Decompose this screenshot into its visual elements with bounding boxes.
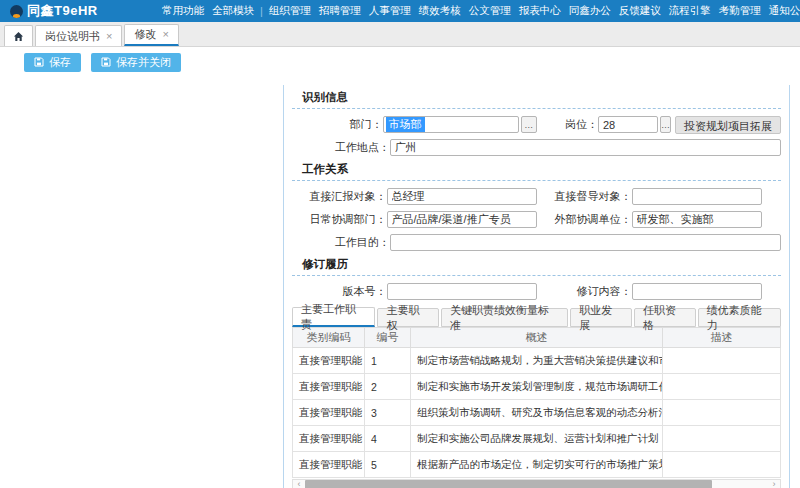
home-tab[interactable] — [4, 25, 33, 46]
nav-item-8[interactable]: 报表中心 — [515, 4, 565, 18]
nav-item-3[interactable]: 组织管理 — [265, 4, 315, 18]
location-field[interactable] — [390, 139, 781, 156]
location-label: 工作地点： — [292, 140, 390, 155]
nav-divider: | — [258, 5, 265, 17]
cell-no: 3 — [365, 400, 411, 426]
save-button[interactable]: 保存 — [24, 53, 81, 72]
nav-item-5[interactable]: 人事管理 — [365, 4, 415, 18]
nav-menu: 常用功能全部模块|组织管理招聘管理人事管理绩效考核公文管理报表中心同鑫办公反馈建… — [158, 4, 800, 18]
table-row[interactable]: 直接管理职能5根据新产品的市场定位，制定切实可行的市场推广策划方案。 — [293, 452, 781, 478]
cell-summary: 组织策划市场调研、研究及市场信息客观的动态分析活动，提供准确可靠的市场情报信息。 — [411, 400, 663, 426]
work-purpose-field[interactable] — [390, 234, 781, 251]
tab-label: 岗位说明书 — [45, 29, 100, 44]
cell-summary: 制定和实施公司品牌发展规划、运营计划和推广计划，维护公司的品牌形象。 — [411, 426, 663, 452]
save-and-close-button-label: 保存并关闭 — [116, 55, 171, 70]
app-logo: 同鑫T9eHR — [10, 2, 130, 20]
home-icon — [13, 31, 24, 42]
toolbar: 保存 保存并关闭 — [0, 47, 800, 77]
position-name-chip[interactable]: 投资规划项目拓展 — [675, 116, 781, 134]
nav-item-11[interactable]: 流程引擎 — [665, 4, 715, 18]
cell-summary: 根据新产品的市场定位，制定切实可行的市场推广策划方案。 — [411, 452, 663, 478]
external-unit-field[interactable] — [632, 211, 762, 228]
tab-modify[interactable]: 修改 × — [124, 24, 178, 46]
cell-desc — [663, 452, 781, 478]
external-unit-label: 外部协调单位： — [537, 212, 632, 227]
detail-tab-2[interactable]: 关键职责绩效衡量标准 — [441, 308, 568, 327]
nav-item-6[interactable]: 绩效考核 — [415, 4, 465, 18]
logo-icon — [10, 5, 23, 18]
position-field[interactable] — [598, 116, 658, 133]
nav-item-4[interactable]: 招聘管理 — [315, 4, 365, 18]
report-to-label: 直接汇报对象： — [292, 189, 387, 204]
close-icon[interactable]: × — [106, 31, 112, 42]
report-to-field[interactable] — [387, 188, 537, 205]
tab-label: 修改 — [134, 27, 156, 42]
position-browse-button[interactable]: … — [660, 116, 671, 133]
section-identification-title: 识别信息 — [292, 87, 781, 108]
work-purpose-label: 工作目的： — [292, 235, 390, 250]
cell-category: 直接管理职能 — [293, 400, 365, 426]
cell-summary: 制定和实施市场开发策划管理制度，规范市场调研工作流程。 — [411, 374, 663, 400]
position-label: 岗位： — [537, 117, 599, 132]
nav-item-13[interactable]: 通知公告 — [765, 4, 800, 18]
detail-tab-5[interactable]: 绩优素质能力 — [698, 308, 781, 327]
close-icon[interactable]: × — [162, 29, 168, 40]
nav-item-12[interactable]: 考勤管理 — [715, 4, 765, 18]
horizontal-scrollbar[interactable]: ‹ › — [292, 479, 781, 488]
cell-no: 5 — [365, 452, 411, 478]
cell-no: 4 — [365, 426, 411, 452]
detail-tab-0[interactable]: 主要工作职责 — [292, 307, 375, 327]
duty-table: 类别编码 编号 概述 描述 直接管理职能1制定市场营销战略规划，为重大营销决策提… — [292, 327, 781, 478]
save-icon — [101, 57, 111, 67]
table-row[interactable]: 直接管理职能2制定和实施市场开发策划管理制度，规范市场调研工作流程。 — [293, 374, 781, 400]
department-browse-button[interactable]: … — [521, 116, 537, 133]
cell-no: 1 — [365, 348, 411, 374]
scroll-right-icon[interactable]: › — [768, 480, 780, 488]
revision-content-field[interactable] — [632, 283, 762, 300]
scrollbar-track[interactable] — [305, 480, 768, 488]
section-divider — [292, 180, 781, 181]
nav-item-7[interactable]: 公文管理 — [465, 4, 515, 18]
top-navbar: 同鑫T9eHR 常用功能全部模块|组织管理招聘管理人事管理绩效考核公文管理报表中… — [0, 0, 800, 22]
save-and-close-button[interactable]: 保存并关闭 — [91, 53, 181, 72]
scrollbar-thumb[interactable] — [305, 480, 712, 488]
coordinate-dept-label: 日常协调部门： — [292, 212, 387, 227]
scroll-left-icon[interactable]: ‹ — [293, 480, 305, 488]
logo-text: 同鑫T9eHR — [27, 2, 98, 20]
detail-tab-1[interactable]: 主要职权 — [377, 308, 439, 327]
tab-job-description[interactable]: 岗位说明书 × — [35, 25, 122, 46]
supervise-field[interactable] — [632, 188, 762, 205]
cell-desc — [663, 348, 781, 374]
version-label: 版本号： — [292, 284, 387, 299]
cell-summary: 制定市场营销战略规划，为重大营销决策提供建议和市场信息支持。 — [411, 348, 663, 374]
cell-category: 直接管理职能 — [293, 426, 365, 452]
table-row[interactable]: 直接管理职能1制定市场营销战略规划，为重大营销决策提供建议和市场信息支持。 — [293, 348, 781, 374]
cell-no: 2 — [365, 374, 411, 400]
page-tabbar: 岗位说明书 × 修改 × — [0, 22, 800, 47]
nav-item-9[interactable]: 同鑫办公 — [565, 4, 615, 18]
nav-item-1[interactable]: 全部模块 — [208, 4, 258, 18]
column-header-summary[interactable]: 概述 — [411, 328, 663, 348]
department-value: 市场部 — [386, 117, 425, 132]
table-row[interactable]: 直接管理职能4制定和实施公司品牌发展规划、运营计划和推广计划，维护公司的品牌形象… — [293, 426, 781, 452]
cell-category: 直接管理职能 — [293, 374, 365, 400]
supervise-label: 直接督导对象： — [537, 189, 632, 204]
nav-item-10[interactable]: 反馈建议 — [615, 4, 665, 18]
section-divider — [292, 108, 781, 109]
detail-tab-4[interactable]: 任职资格 — [634, 308, 696, 327]
form-panel: 识别信息 部门： 市场部 … 岗位： … 投资规划项目拓展 工作地点： 工作关系 — [283, 85, 790, 488]
table-row[interactable]: 直接管理职能3组织策划市场调研、研究及市场信息客观的动态分析活动，提供准确可靠的… — [293, 400, 781, 426]
detail-tab-3[interactable]: 职业发展 — [570, 308, 632, 327]
department-label: 部门： — [292, 117, 383, 132]
nav-item-0[interactable]: 常用功能 — [158, 4, 208, 18]
cell-category: 直接管理职能 — [293, 348, 365, 374]
cell-desc — [663, 400, 781, 426]
save-button-label: 保存 — [49, 55, 71, 70]
coordinate-dept-field[interactable] — [387, 211, 537, 228]
detail-tabbar: 主要工作职责主要职权关键职责绩效衡量标准职业发展任职资格绩优素质能力 — [292, 307, 781, 327]
section-divider — [292, 275, 781, 276]
section-revision-title: 修订履历 — [292, 254, 781, 275]
version-field[interactable] — [387, 283, 537, 300]
revision-content-label: 修订内容： — [537, 284, 632, 299]
department-field[interactable]: 市场部 — [383, 116, 519, 133]
